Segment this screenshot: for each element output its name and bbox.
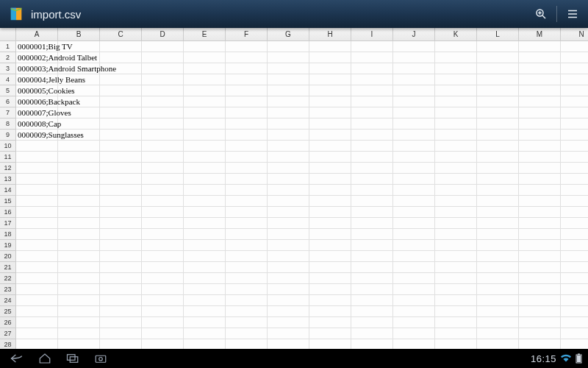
- row-header[interactable]: 27: [0, 328, 16, 339]
- cell[interactable]: [100, 284, 142, 295]
- cell[interactable]: [519, 251, 561, 262]
- cell[interactable]: [477, 41, 519, 52]
- cell[interactable]: [477, 196, 519, 207]
- cell[interactable]: [184, 339, 226, 349]
- cell[interactable]: [268, 118, 309, 130]
- cell[interactable]: [100, 141, 142, 152]
- column-header[interactable]: I: [351, 28, 393, 41]
- cell[interactable]: [309, 174, 351, 185]
- cell[interactable]: [351, 41, 393, 52]
- row-header[interactable]: 14: [0, 185, 16, 196]
- cell[interactable]: [142, 196, 184, 207]
- cell[interactable]: [226, 295, 268, 306]
- cell[interactable]: [393, 174, 435, 185]
- cell[interactable]: [100, 207, 142, 218]
- cell[interactable]: [184, 174, 226, 185]
- cell[interactable]: [184, 118, 226, 130]
- cell[interactable]: [519, 163, 561, 174]
- cell[interactable]: [435, 229, 477, 240]
- row-header[interactable]: 4: [0, 74, 16, 85]
- cell[interactable]: [519, 339, 561, 349]
- cell[interactable]: [351, 63, 393, 74]
- cell[interactable]: [477, 262, 519, 273]
- row-header[interactable]: 10: [0, 141, 16, 152]
- row-header[interactable]: 2: [0, 52, 16, 63]
- cell[interactable]: [477, 96, 519, 107]
- cell[interactable]: [561, 262, 588, 273]
- row-header[interactable]: 17: [0, 218, 16, 229]
- cell[interactable]: [226, 41, 268, 52]
- cell[interactable]: [309, 130, 351, 141]
- cell[interactable]: [226, 130, 268, 141]
- cell[interactable]: [226, 339, 268, 349]
- cell[interactable]: [351, 328, 393, 339]
- cell[interactable]: [435, 207, 477, 218]
- cell[interactable]: [100, 218, 142, 229]
- cell[interactable]: [226, 118, 268, 130]
- cell[interactable]: [519, 96, 561, 107]
- cell[interactable]: [351, 163, 393, 174]
- row-header[interactable]: 8: [0, 118, 16, 130]
- cell[interactable]: [58, 118, 100, 130]
- column-header[interactable]: H: [309, 28, 351, 41]
- row-header[interactable]: 9: [0, 130, 16, 141]
- cell[interactable]: [519, 52, 561, 63]
- cell[interactable]: [561, 207, 588, 218]
- cell[interactable]: [184, 317, 226, 328]
- cell[interactable]: [142, 52, 184, 63]
- cell[interactable]: [268, 328, 309, 339]
- cell[interactable]: [477, 240, 519, 251]
- cell[interactable]: [351, 185, 393, 196]
- cell[interactable]: [268, 74, 309, 85]
- cell[interactable]: [268, 141, 309, 152]
- cell[interactable]: [226, 196, 268, 207]
- cell[interactable]: [351, 130, 393, 141]
- cell[interactable]: [393, 152, 435, 163]
- cell[interactable]: [393, 317, 435, 328]
- cell[interactable]: [477, 52, 519, 63]
- cell[interactable]: [268, 174, 309, 185]
- cell[interactable]: [309, 163, 351, 174]
- cell[interactable]: [393, 207, 435, 218]
- cell[interactable]: [519, 240, 561, 251]
- cell[interactable]: [351, 141, 393, 152]
- cell[interactable]: [226, 52, 268, 63]
- cell[interactable]: [435, 96, 477, 107]
- cell[interactable]: [268, 96, 309, 107]
- cell[interactable]: [100, 251, 142, 262]
- cell[interactable]: [519, 85, 561, 96]
- cell[interactable]: 0000001;Big TV: [16, 41, 58, 52]
- cell[interactable]: [393, 273, 435, 284]
- cell[interactable]: [477, 63, 519, 74]
- cell[interactable]: [16, 174, 58, 185]
- cell[interactable]: [435, 63, 477, 74]
- cell[interactable]: [268, 317, 309, 328]
- column-header[interactable]: B: [58, 28, 100, 41]
- cell[interactable]: [58, 152, 100, 163]
- cell[interactable]: [561, 74, 588, 85]
- cell[interactable]: [100, 107, 142, 118]
- cell[interactable]: [561, 107, 588, 118]
- cell[interactable]: [142, 152, 184, 163]
- row-header[interactable]: 6: [0, 96, 16, 107]
- cell[interactable]: [142, 174, 184, 185]
- cell[interactable]: [351, 262, 393, 273]
- cell[interactable]: [435, 107, 477, 118]
- cell[interactable]: [477, 174, 519, 185]
- cell[interactable]: [100, 328, 142, 339]
- cell[interactable]: [393, 130, 435, 141]
- cell[interactable]: [142, 130, 184, 141]
- cell[interactable]: [226, 306, 268, 317]
- row-header[interactable]: 19: [0, 240, 16, 251]
- cell[interactable]: [142, 284, 184, 295]
- cell[interactable]: [477, 339, 519, 349]
- cell[interactable]: [309, 328, 351, 339]
- cell[interactable]: [477, 284, 519, 295]
- cell[interactable]: [351, 339, 393, 349]
- cell[interactable]: [16, 229, 58, 240]
- cell[interactable]: [226, 152, 268, 163]
- row-header[interactable]: 24: [0, 295, 16, 306]
- cell[interactable]: [100, 96, 142, 107]
- cell[interactable]: [184, 207, 226, 218]
- cell[interactable]: [435, 284, 477, 295]
